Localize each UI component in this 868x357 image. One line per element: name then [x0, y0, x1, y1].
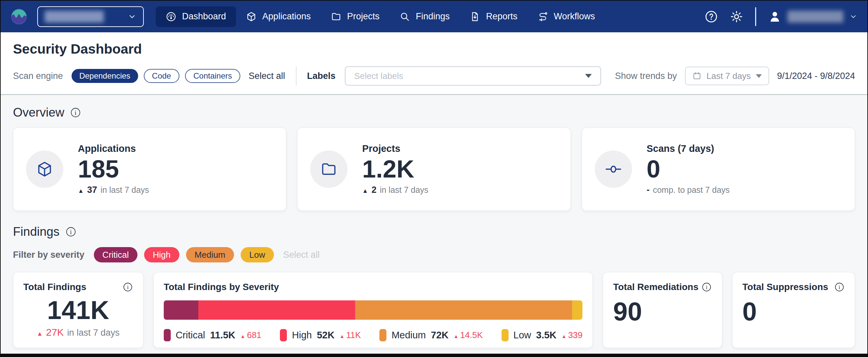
up-triangle-icon: ▲	[240, 334, 245, 339]
folder-icon	[320, 160, 338, 178]
scan-commit-icon	[605, 160, 622, 178]
card-title: Total Suppressions	[743, 282, 828, 292]
total-remediations-card: Total Remediations i 90	[603, 272, 722, 348]
chevron-down-icon	[128, 12, 136, 21]
overview-cards: Applications 185 ▲ 37 in last 7 days	[13, 127, 855, 211]
legend-value: 3.5K	[536, 330, 556, 341]
nav-item-projects[interactable]: Projects	[321, 6, 390, 27]
bar-segment-critical	[164, 300, 198, 320]
cube-icon	[246, 11, 257, 22]
organization-name-redacted	[44, 11, 104, 23]
legend-label: High	[292, 330, 312, 341]
delta-value: 37	[87, 185, 97, 195]
up-triangle-icon: ▲	[78, 188, 84, 194]
chip-medium[interactable]: Medium	[186, 247, 234, 262]
card-value: 0	[647, 156, 730, 182]
legend-swatch	[502, 329, 508, 341]
svg-text:i: i	[127, 284, 128, 290]
nav-item-dashboard[interactable]: Dashboard	[156, 6, 236, 27]
legend-label: Medium	[392, 330, 426, 341]
card-title: Projects	[362, 143, 428, 154]
mend-logo-icon	[11, 8, 27, 25]
nav-item-workflows[interactable]: Workflows	[528, 6, 605, 27]
severity-select-all[interactable]: Select all	[283, 250, 320, 260]
legend-item-critical: Critical 11.5K ▲681	[164, 329, 261, 341]
delta-suffix: comp. to past 7 days	[653, 185, 730, 195]
up-triangle-icon: ▲	[339, 334, 344, 339]
scans-card: Scans (7 days) 0 - comp. to past 7 days	[582, 127, 855, 211]
severity-stacked-bar	[164, 300, 583, 320]
remediations-info-button[interactable]: i	[701, 282, 712, 292]
legend-item-medium: Medium 72K ▲14.5K	[379, 329, 483, 341]
page-title: Security Dashboard	[13, 41, 855, 57]
settings-button[interactable]	[730, 10, 743, 23]
severity-filter-label: Filter by severity	[13, 250, 85, 260]
chip-dependencies[interactable]: Dependencies	[71, 69, 138, 83]
svg-text:i: i	[70, 229, 71, 235]
card-title: Total Remediations	[613, 282, 698, 292]
labels-label: Labels	[307, 71, 336, 81]
up-triangle-icon: ▲	[37, 331, 42, 337]
overview-info-button[interactable]: i	[70, 107, 81, 118]
nav-item-applications[interactable]: Applications	[236, 6, 321, 27]
filter-divider	[296, 67, 297, 85]
findings-info-button[interactable]: i	[66, 227, 76, 237]
legend-value: 52K	[317, 330, 335, 341]
trends-value: Last 7 days	[707, 71, 751, 81]
trends-label: Show trends by	[615, 71, 677, 81]
card-value: 1.2K	[362, 156, 428, 182]
legend-value: 72K	[431, 330, 448, 341]
delta-value: -	[647, 185, 650, 195]
up-triangle-icon: ▲	[454, 334, 459, 339]
up-triangle-icon: ▲	[362, 188, 368, 194]
trends-group: Show trends by Last 7 days 9/1/2024 - 9/…	[615, 67, 855, 85]
chip-high[interactable]: High	[144, 247, 179, 262]
dashboard-content: Overview i Applications 185	[1, 95, 867, 354]
nav-item-findings[interactable]: Findings	[390, 6, 460, 27]
delta-suffix: in last 7 days	[67, 328, 120, 338]
card-delta: ▲ 27K in last 7 days	[23, 327, 133, 338]
help-button[interactable]	[705, 10, 718, 23]
info-icon: i	[66, 227, 76, 237]
folder-icon	[331, 11, 341, 22]
findings-heading: Findings i	[13, 225, 855, 239]
card-title: Total Findings by Severity	[164, 282, 279, 292]
top-navbar: Dashboard Applications Projects	[1, 1, 867, 32]
trends-range-select[interactable]: Last 7 days	[685, 67, 769, 85]
nav-label: Workflows	[554, 11, 595, 22]
chip-containers[interactable]: Containers	[185, 69, 240, 83]
nav-label: Dashboard	[182, 11, 226, 22]
legend-delta: ▲339	[561, 330, 583, 340]
info-icon: i	[834, 282, 845, 292]
main-nav: Dashboard Applications Projects	[156, 6, 605, 27]
legend-swatch	[164, 329, 171, 341]
svg-text:i: i	[839, 284, 840, 290]
card-title: Total Findings	[23, 282, 86, 292]
navbar-right	[705, 7, 857, 26]
legend-delta: ▲14.5K	[454, 330, 483, 340]
legend-label: Critical	[176, 330, 205, 341]
filter-row: Scan engine Dependencies Code Containers…	[13, 66, 855, 86]
nav-label: Findings	[416, 11, 450, 22]
chevron-down-icon	[849, 13, 857, 21]
card-icon-circle	[26, 151, 63, 188]
suppressions-info-button[interactable]: i	[834, 282, 845, 292]
legend-label: Low	[514, 330, 531, 341]
chip-code[interactable]: Code	[144, 69, 179, 83]
chip-critical[interactable]: Critical	[94, 247, 137, 262]
card-title: Applications	[78, 143, 149, 154]
scan-select-all[interactable]: Select all	[249, 71, 285, 81]
findings-by-severity-card: Total Findings by Severity Critical 11.5…	[153, 272, 593, 348]
findings-heading-text: Findings	[13, 225, 60, 239]
labels-select[interactable]: Select labels	[345, 66, 601, 86]
delta-suffix: in last 7 days	[100, 185, 149, 195]
findings-cards: Total Findings i 141K ▲ 27K in last 7 da…	[13, 272, 855, 348]
total-findings-info-button[interactable]: i	[122, 282, 133, 292]
chip-low[interactable]: Low	[241, 247, 274, 262]
info-icon: i	[70, 107, 81, 118]
nav-item-reports[interactable]: Reports	[460, 6, 528, 27]
user-menu[interactable]	[768, 10, 857, 23]
delta-value: 2	[371, 185, 376, 195]
organization-selector[interactable]	[37, 6, 144, 27]
gear-icon	[730, 10, 743, 23]
